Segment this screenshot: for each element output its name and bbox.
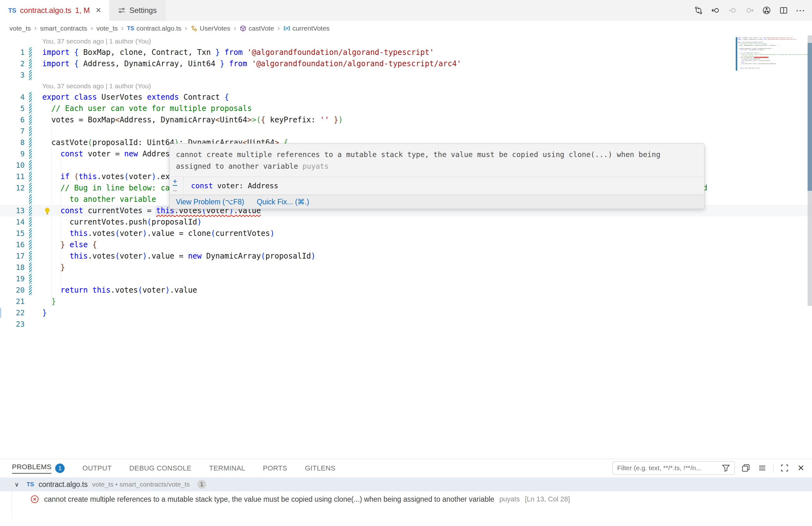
filter-input[interactable]: [617, 464, 721, 472]
quick-fix-link[interactable]: Quick Fix... (⌘.): [257, 198, 309, 206]
minimap[interactable]: import { BoxMap, clone, Contract, Txn } …: [738, 37, 808, 76]
code-token: castVote: [42, 138, 88, 147]
previous-change-icon[interactable]: [726, 3, 740, 17]
error-icon: [30, 495, 39, 503]
minimap-token: currentVotes =: [743, 57, 754, 58]
breadcrumb-item-folder[interactable]: vote_ts: [97, 25, 118, 32]
code-line-3[interactable]: 3: [0, 69, 812, 81]
code-line-22[interactable]: 22}: [0, 307, 812, 318]
breadcrumb-item-variable[interactable]: currentVotes: [284, 25, 330, 32]
code-line-17[interactable]: 17 this.votes(voter).value = new Dynamic…: [0, 251, 812, 262]
hover-declaration-code: const voter: Address: [184, 177, 278, 195]
code-line-2[interactable]: 2import { Address, DynamicArray, Uint64 …: [0, 58, 812, 69]
minimap-token: import: [738, 39, 742, 40]
indent-guide: [60, 273, 61, 284]
breadcrumb-item-class[interactable]: UserVotes: [191, 25, 230, 32]
close-panel-icon[interactable]: ✕: [796, 463, 806, 473]
line-number: 1: [0, 47, 25, 58]
problem-row[interactable]: cannot create multiple references to a m…: [0, 491, 812, 507]
breadcrumb-item-folder[interactable]: smart_contracts: [40, 25, 87, 32]
code-line-7[interactable]: 7: [0, 126, 812, 137]
code-token: if: [60, 172, 70, 181]
view-problem-link[interactable]: View Problem (⌥F8): [176, 198, 244, 206]
gutter-modified-marker: [29, 126, 32, 136]
close-tab-icon[interactable]: ✕: [96, 6, 101, 14]
code-line-16[interactable]: 16 } else {: [0, 239, 812, 251]
decrease-verbosity-icon[interactable]: −: [173, 188, 177, 194]
code-token: Contract: [184, 93, 224, 101]
panel-tab-output[interactable]: OUTPUT: [82, 464, 112, 472]
breadcrumb-item-method[interactable]: castVote: [240, 25, 274, 32]
breadcrumb-item-folder[interactable]: vote_ts: [10, 25, 31, 32]
code-line-14[interactable]: 14 currentVotes.push(proposalId): [0, 216, 812, 228]
editor-action-toolbar: ⋯: [692, 0, 808, 21]
panel-tab-ports[interactable]: PORTS: [263, 464, 287, 472]
collapse-all-icon[interactable]: [740, 463, 751, 473]
panel-tab-bar: PROBLEMS 1 OUTPUT DEBUG CONSOLE TERMINAL…: [0, 459, 812, 478]
chevron-right-icon: ›: [277, 24, 280, 32]
minimap-token: return: [740, 68, 744, 69]
code-editor[interactable]: You, 37 seconds ago | 1 author (You)1imp…: [0, 36, 812, 459]
code-token: {: [92, 240, 97, 249]
code-line-15[interactable]: 15 this.votes(voter).value = clone(curre…: [0, 228, 812, 239]
problems-file-group-row[interactable]: ∨ TS contract.algo.ts vote_ts • smart_co…: [0, 478, 812, 491]
code-token: <: [215, 115, 220, 124]
view-as-table-icon[interactable]: [757, 463, 768, 473]
typescript-file-icon: TS: [127, 25, 134, 32]
panel-tab-terminal[interactable]: TERMINAL: [209, 464, 245, 472]
line-number: 23: [0, 318, 25, 330]
code-line-21[interactable]: 21 }: [0, 296, 812, 307]
line-number: 3: [0, 69, 25, 81]
code-line-4[interactable]: 4export class UserVotes extends Contract…: [0, 91, 812, 103]
indent-guide: [52, 159, 52, 171]
problems-filter[interactable]: [612, 461, 735, 474]
code-line-1[interactable]: 1import { BoxMap, clone, Contract, Txn }…: [0, 47, 812, 58]
sliders-icon: [118, 6, 126, 14]
minimap-token: [738, 63, 741, 64]
commit-graph-icon[interactable]: [760, 3, 773, 17]
minimap-token: ): [764, 49, 764, 51]
panel-tab-debug-console[interactable]: DEBUG CONSOLE: [129, 464, 191, 472]
code-line-6[interactable]: 6 votes = BoxMap<Address, DynamicArray<U…: [0, 114, 812, 126]
code-line-20[interactable]: 20 return this.votes(voter).value: [0, 284, 812, 296]
split-editor-icon[interactable]: [777, 3, 791, 17]
navigate-back-icon[interactable]: [709, 3, 723, 17]
code-text: }: [42, 262, 65, 273]
panel-tab-gitlens[interactable]: GITLENS: [305, 464, 335, 472]
code-line-23[interactable]: 23: [0, 318, 812, 330]
code-text: this.votes(voter).value = clone(currentV…: [42, 228, 275, 239]
code-token: ): [143, 229, 147, 238]
breadcrumb-item-file[interactable]: TS contract.algo.ts: [127, 25, 181, 32]
tab-settings[interactable]: Settings: [110, 0, 165, 21]
more-actions-icon[interactable]: ⋯: [794, 3, 808, 17]
gutter-modified-marker: [29, 47, 32, 57]
code-line-5[interactable]: 5 // Each user can vote for multiple pro…: [0, 103, 812, 114]
minimap-token: export class: [738, 42, 746, 43]
next-change-icon[interactable]: [743, 3, 756, 17]
tab-contract-algo-ts[interactable]: TS contract.algo.ts 1, M ✕: [0, 0, 110, 21]
code-token: // Each user can vote for multiple propo…: [42, 104, 252, 113]
gutter-modified-marker: [29, 160, 32, 170]
maximize-panel-icon[interactable]: [779, 463, 790, 473]
minimap-token: .votes: [744, 63, 748, 64]
code-token: (: [115, 252, 119, 260]
minimap-token: const: [740, 57, 743, 58]
panel-tab-problems[interactable]: PROBLEMS 1: [12, 463, 64, 474]
code-token: voter: [129, 172, 151, 181]
gutter-modified-marker: [29, 103, 32, 114]
code-token: currentVotes: [215, 229, 270, 238]
code-line-18[interactable]: 18 }: [0, 262, 812, 273]
code-token: const: [60, 206, 83, 215]
code-text: to another variable: [42, 194, 156, 205]
code-token: (: [115, 229, 119, 238]
code-token: }: [220, 59, 224, 68]
gutter-modified-marker: [29, 205, 32, 216]
code-line-19[interactable]: 19: [0, 273, 812, 284]
minimap-token: '@algorandfoundation/algorand-typescript…: [767, 37, 793, 39]
code-token: [42, 252, 70, 260]
compare-changes-icon[interactable]: [692, 3, 706, 17]
minimap-token: ): [770, 60, 770, 61]
increase-verbosity-icon[interactable]: +: [173, 177, 177, 186]
line-number: 7: [0, 126, 25, 137]
code-text: }: [42, 296, 56, 307]
